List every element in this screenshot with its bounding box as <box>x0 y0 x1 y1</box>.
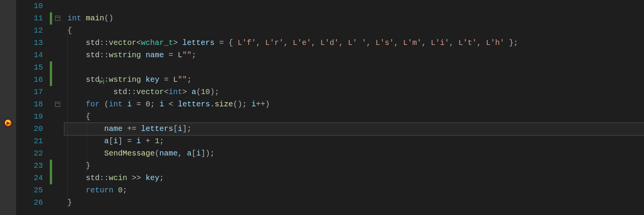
line-number: 12 <box>16 25 43 37</box>
code-line[interactable]: { <box>64 25 644 37</box>
code-line[interactable]: std::wstring key = L""; <box>64 74 644 86</box>
change-indicator-gutter <box>50 0 54 215</box>
fold-gutter[interactable]: − − <box>54 0 64 215</box>
code-line[interactable] <box>64 86 644 98</box>
line-number: 20 <box>16 123 43 135</box>
method-size: size <box>215 100 233 109</box>
var-i: i <box>123 100 136 109</box>
change-mark <box>50 61 52 86</box>
code-line[interactable]: a[i] = i + 1; <box>64 135 644 147</box>
line-number: 21 <box>16 135 43 147</box>
change-mark <box>50 12 52 25</box>
code-line[interactable]: std::vector<wchar_t> letters = { L'f', L… <box>64 37 644 49</box>
code-line[interactable] <box>64 0 644 12</box>
line-number: 23 <box>16 160 43 172</box>
brace-close: } <box>86 161 90 170</box>
current-statement-marker-icon[interactable] <box>4 119 12 127</box>
code-line[interactable]: for (int i = 0; i < letters.size(); i++) <box>64 98 644 111</box>
fold-toggle-icon[interactable]: − <box>55 102 60 107</box>
code-line[interactable]: return 0; <box>64 184 644 197</box>
line-number: 13 <box>16 37 43 49</box>
var-key: key <box>141 75 164 84</box>
var-name: name <box>141 51 169 60</box>
code-line[interactable]: { <box>64 111 644 123</box>
code-text-area[interactable]: int main() { std::vector<wchar_t> letter… <box>64 0 644 215</box>
code-editor[interactable]: 10 11 12 13 14 15 16 17 18 19 20 21 22 2… <box>0 0 644 215</box>
function-sendmessage: SendMessage <box>104 149 155 158</box>
line-number: 14 <box>16 49 43 61</box>
line-number: 17 <box>16 86 43 98</box>
keyword-for: for <box>86 100 100 109</box>
code-line[interactable]: std::vector<int> a(10); <box>64 61 644 74</box>
current-execution-line[interactable]: name += letters[i]; <box>64 123 644 135</box>
object-wcin: wcin <box>109 174 127 182</box>
line-number: 19 <box>16 111 43 123</box>
var-letters: letters <box>178 38 219 47</box>
parentheses: () <box>104 14 113 23</box>
keyword-int: int <box>67 14 81 23</box>
line-number: 24 <box>16 172 43 184</box>
code-line[interactable]: std::wcin >> key; <box>64 172 644 184</box>
change-mark <box>50 160 52 184</box>
code-line[interactable]: } <box>64 160 644 172</box>
brace-open: { <box>67 26 72 35</box>
line-number: 11 <box>16 12 43 25</box>
breakpoint-gutter[interactable] <box>0 0 16 215</box>
line-number: 25 <box>16 184 43 197</box>
code-line[interactable]: } <box>64 197 644 209</box>
line-number: 10 <box>16 0 43 12</box>
keyword-return: return <box>86 186 113 195</box>
type-wchar: wchar_t <box>141 38 173 47</box>
fold-toggle-icon[interactable]: − <box>55 16 60 21</box>
line-number: 26 <box>16 197 43 209</box>
class-wstring: wstring <box>109 51 141 60</box>
code-line[interactable]: int main() <box>64 12 644 25</box>
line-number: 15 <box>16 61 43 74</box>
line-number: 22 <box>16 147 43 160</box>
namespace-std: std <box>86 38 100 47</box>
code-line[interactable]: SendMessage(name, a[i]); <box>64 147 644 160</box>
line-number: 16 <box>16 74 43 86</box>
class-vector: vector <box>109 38 136 47</box>
svg-marker-0 <box>7 121 10 125</box>
line-number: 18 <box>16 98 43 111</box>
code-line[interactable]: std::wstring name = L""; <box>64 49 644 61</box>
function-main: main <box>86 14 104 23</box>
line-number-gutter[interactable]: 10 11 12 13 14 15 16 17 18 19 20 21 22 2… <box>16 0 50 215</box>
